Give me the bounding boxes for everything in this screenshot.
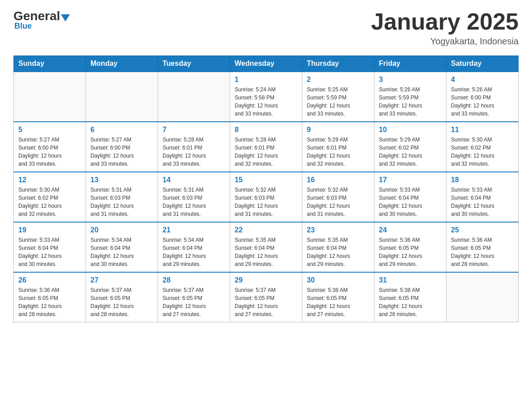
calendar-cell: 27Sunrise: 5:37 AMSunset: 6:05 PMDayligh… — [86, 272, 158, 322]
day-number: 5 — [18, 126, 81, 134]
weekday-header-saturday: Saturday — [446, 56, 519, 72]
calendar-cell: 17Sunrise: 5:33 AMSunset: 6:04 PMDayligh… — [374, 172, 446, 222]
calendar-cell: 24Sunrise: 5:36 AMSunset: 6:05 PMDayligh… — [374, 222, 446, 272]
calendar-cell: 4Sunrise: 5:26 AMSunset: 6:00 PMDaylight… — [446, 72, 519, 122]
calendar-cell: 6Sunrise: 5:27 AMSunset: 6:00 PMDaylight… — [86, 122, 158, 172]
day-number: 6 — [90, 126, 153, 134]
weekday-header-wednesday: Wednesday — [230, 56, 302, 72]
calendar-cell: 1Sunrise: 5:24 AMSunset: 5:58 PMDaylight… — [230, 72, 302, 122]
day-number: 23 — [307, 226, 369, 234]
calendar-cell: 10Sunrise: 5:29 AMSunset: 6:02 PMDayligh… — [374, 122, 446, 172]
calendar-cell: 23Sunrise: 5:35 AMSunset: 6:04 PMDayligh… — [302, 222, 374, 272]
day-number: 16 — [307, 176, 369, 184]
day-info: Sunrise: 5:34 AMSunset: 6:04 PMDaylight:… — [90, 236, 153, 268]
calendar-cell: 11Sunrise: 5:30 AMSunset: 6:02 PMDayligh… — [446, 122, 519, 172]
day-info: Sunrise: 5:26 AMSunset: 6:00 PMDaylight:… — [451, 86, 514, 118]
week-row-4: 19Sunrise: 5:33 AMSunset: 6:04 PMDayligh… — [14, 222, 519, 272]
day-info: Sunrise: 5:33 AMSunset: 6:04 PMDaylight:… — [379, 186, 442, 218]
day-number: 28 — [163, 276, 225, 284]
day-number: 12 — [18, 176, 81, 184]
day-number: 2 — [307, 76, 369, 84]
day-info: Sunrise: 5:30 AMSunset: 6:02 PMDaylight:… — [18, 186, 81, 218]
day-number: 15 — [235, 176, 297, 184]
day-info: Sunrise: 5:24 AMSunset: 5:58 PMDaylight:… — [235, 86, 297, 118]
day-info: Sunrise: 5:33 AMSunset: 6:04 PMDaylight:… — [451, 186, 514, 218]
calendar-cell: 9Sunrise: 5:29 AMSunset: 6:01 PMDaylight… — [302, 122, 374, 172]
day-info: Sunrise: 5:37 AMSunset: 6:05 PMDaylight:… — [90, 286, 153, 318]
day-info: Sunrise: 5:28 AMSunset: 6:01 PMDaylight:… — [163, 136, 225, 168]
week-row-3: 12Sunrise: 5:30 AMSunset: 6:02 PMDayligh… — [14, 172, 519, 222]
day-number: 31 — [379, 276, 442, 284]
calendar-cell: 21Sunrise: 5:34 AMSunset: 6:04 PMDayligh… — [158, 222, 230, 272]
calendar-cell — [446, 272, 519, 322]
calendar-cell: 3Sunrise: 5:26 AMSunset: 5:59 PMDaylight… — [374, 72, 446, 122]
day-info: Sunrise: 5:27 AMSunset: 6:00 PMDaylight:… — [18, 136, 81, 168]
day-info: Sunrise: 5:28 AMSunset: 6:01 PMDaylight:… — [235, 136, 297, 168]
calendar-cell: 15Sunrise: 5:32 AMSunset: 6:03 PMDayligh… — [230, 172, 302, 222]
day-number: 3 — [379, 76, 442, 84]
day-info: Sunrise: 5:29 AMSunset: 6:01 PMDaylight:… — [307, 136, 369, 168]
day-info: Sunrise: 5:32 AMSunset: 6:03 PMDaylight:… — [235, 186, 297, 218]
calendar-cell: 26Sunrise: 5:36 AMSunset: 6:05 PMDayligh… — [14, 272, 86, 322]
day-info: Sunrise: 5:31 AMSunset: 6:03 PMDaylight:… — [90, 186, 153, 218]
weekday-header-row: SundayMondayTuesdayWednesdayThursdayFrid… — [14, 56, 519, 72]
calendar-cell: 20Sunrise: 5:34 AMSunset: 6:04 PMDayligh… — [86, 222, 158, 272]
calendar-cell: 18Sunrise: 5:33 AMSunset: 6:04 PMDayligh… — [446, 172, 519, 222]
calendar-cell — [158, 72, 230, 122]
day-info: Sunrise: 5:27 AMSunset: 6:00 PMDaylight:… — [90, 136, 153, 168]
calendar-cell — [14, 72, 86, 122]
calendar-cell: 12Sunrise: 5:30 AMSunset: 6:02 PMDayligh… — [14, 172, 86, 222]
calendar-title: January 2025 — [371, 9, 519, 34]
page-header: General Blue January 2025 Yogyakarta, In… — [13, 9, 519, 47]
day-info: Sunrise: 5:38 AMSunset: 6:05 PMDaylight:… — [307, 286, 369, 318]
day-number: 29 — [235, 276, 297, 284]
day-info: Sunrise: 5:35 AMSunset: 6:04 PMDaylight:… — [307, 236, 369, 268]
day-info: Sunrise: 5:32 AMSunset: 6:03 PMDaylight:… — [307, 186, 369, 218]
calendar-cell: 28Sunrise: 5:37 AMSunset: 6:05 PMDayligh… — [158, 272, 230, 322]
logo-blue-text: Blue — [14, 21, 32, 31]
day-info: Sunrise: 5:36 AMSunset: 6:05 PMDaylight:… — [379, 236, 442, 268]
day-number: 22 — [235, 226, 297, 234]
calendar-cell: 31Sunrise: 5:38 AMSunset: 6:05 PMDayligh… — [374, 272, 446, 322]
day-number: 1 — [235, 76, 297, 84]
day-number: 7 — [163, 126, 225, 134]
day-number: 20 — [90, 226, 153, 234]
calendar-cell: 30Sunrise: 5:38 AMSunset: 6:05 PMDayligh… — [302, 272, 374, 322]
calendar-table: SundayMondayTuesdayWednesdayThursdayFrid… — [13, 56, 519, 322]
weekday-header-friday: Friday — [374, 56, 446, 72]
week-row-2: 5Sunrise: 5:27 AMSunset: 6:00 PMDaylight… — [14, 122, 519, 172]
day-number: 30 — [307, 276, 369, 284]
day-info: Sunrise: 5:35 AMSunset: 6:04 PMDaylight:… — [235, 236, 297, 268]
calendar-cell: 22Sunrise: 5:35 AMSunset: 6:04 PMDayligh… — [230, 222, 302, 272]
day-info: Sunrise: 5:36 AMSunset: 6:05 PMDaylight:… — [451, 236, 514, 268]
day-number: 17 — [379, 176, 442, 184]
weekday-header-monday: Monday — [86, 56, 158, 72]
day-number: 19 — [18, 226, 81, 234]
day-number: 24 — [379, 226, 442, 234]
day-info: Sunrise: 5:30 AMSunset: 6:02 PMDaylight:… — [451, 136, 514, 168]
calendar-cell: 2Sunrise: 5:25 AMSunset: 5:59 PMDaylight… — [302, 72, 374, 122]
logo: General Blue — [13, 9, 71, 31]
day-number: 27 — [90, 276, 153, 284]
day-number: 26 — [18, 276, 81, 284]
calendar-cell: 8Sunrise: 5:28 AMSunset: 6:01 PMDaylight… — [230, 122, 302, 172]
calendar-cell: 29Sunrise: 5:37 AMSunset: 6:05 PMDayligh… — [230, 272, 302, 322]
weekday-header-thursday: Thursday — [302, 56, 374, 72]
calendar-cell: 16Sunrise: 5:32 AMSunset: 6:03 PMDayligh… — [302, 172, 374, 222]
day-number: 8 — [235, 126, 297, 134]
day-info: Sunrise: 5:36 AMSunset: 6:05 PMDaylight:… — [18, 286, 81, 318]
day-info: Sunrise: 5:25 AMSunset: 5:59 PMDaylight:… — [307, 86, 369, 118]
calendar-cell: 7Sunrise: 5:28 AMSunset: 6:01 PMDaylight… — [158, 122, 230, 172]
day-number: 11 — [451, 126, 514, 134]
calendar-cell: 25Sunrise: 5:36 AMSunset: 6:05 PMDayligh… — [446, 222, 519, 272]
day-info: Sunrise: 5:29 AMSunset: 6:02 PMDaylight:… — [379, 136, 442, 168]
day-info: Sunrise: 5:37 AMSunset: 6:05 PMDaylight:… — [235, 286, 297, 318]
day-number: 4 — [451, 76, 514, 84]
day-info: Sunrise: 5:33 AMSunset: 6:04 PMDaylight:… — [18, 236, 81, 268]
title-block: January 2025 Yogyakarta, Indonesia — [371, 9, 519, 47]
week-row-5: 26Sunrise: 5:36 AMSunset: 6:05 PMDayligh… — [14, 272, 519, 322]
weekday-header-tuesday: Tuesday — [158, 56, 230, 72]
weekday-header-sunday: Sunday — [14, 56, 86, 72]
day-number: 18 — [451, 176, 514, 184]
calendar-cell: 5Sunrise: 5:27 AMSunset: 6:00 PMDaylight… — [14, 122, 86, 172]
